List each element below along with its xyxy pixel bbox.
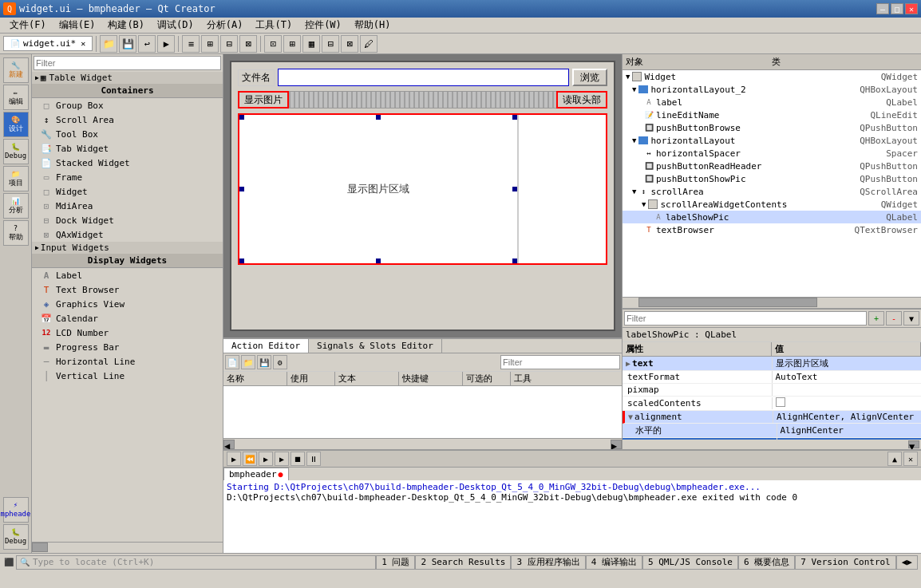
output-btn-1[interactable]: ▶: [227, 452, 241, 466]
toolbar-btn-6[interactable]: ⊞: [201, 35, 219, 53]
output-close-btn[interactable]: ✕: [903, 452, 918, 466]
tree-item-hlayout[interactable]: ▼ horizontalLayout QHBoxLayout: [623, 134, 921, 147]
handle-ml[interactable]: [239, 187, 244, 191]
output-btn-3[interactable]: ▶: [259, 452, 273, 466]
sidebar-debug[interactable]: 🐛 Debug: [3, 139, 29, 164]
status-item-5[interactable]: 5 QML/JS Console: [642, 555, 738, 570]
design-canvas[interactable]: 文件名 浏览 显示图片 读取头部: [223, 54, 622, 337]
tree-item-textbrowser[interactable]: T textBrowser QTextBrowser: [623, 223, 921, 236]
toolbar-btn-7[interactable]: ⊟: [220, 35, 238, 53]
handle-bl[interactable]: [239, 258, 244, 263]
widget-group-box[interactable]: □ Group Box: [32, 98, 223, 112]
prop-row-textformat[interactable]: textFormat AutoText: [623, 371, 921, 384]
handle-tr[interactable]: [512, 115, 517, 120]
tree-item-browse-btn[interactable]: 🔲 pushButtonBrowse QPushButton: [623, 121, 921, 134]
category-table-widget[interactable]: ▶ ▦ Table Widget: [32, 72, 223, 84]
toolbar-btn-13[interactable]: ⊠: [341, 35, 358, 53]
widget-stacked[interactable]: 📄 Stacked Widget: [32, 156, 223, 170]
sidebar-edit[interactable]: ✏ 编辑: [3, 85, 29, 110]
toolbar-btn-2[interactable]: 💾: [119, 35, 136, 53]
toolbar-btn-8[interactable]: ⊠: [239, 35, 257, 53]
tree-item-label[interactable]: A label QLabel: [623, 96, 921, 109]
sidebar-new[interactable]: 🔧 新建: [3, 57, 29, 83]
tree-arrow-scrollcontents[interactable]: ▼: [642, 200, 646, 208]
menu-help[interactable]: 帮助(H): [348, 17, 397, 34]
tab-close-icon[interactable]: ✕: [81, 39, 85, 48]
prop-row-scaled[interactable]: scaledContents: [623, 397, 921, 411]
tree-scroll-thumb[interactable]: [638, 298, 817, 307]
prop-row-alignment[interactable]: ▼ alignment AlignHCenter, AlignVCenter: [623, 411, 921, 424]
widget-hline[interactable]: ─ Horizontal Line: [32, 354, 223, 369]
prop-scroll-btn[interactable]: ▼: [908, 440, 919, 448]
widget-tool-box[interactable]: 🔧 Tool Box: [32, 127, 223, 141]
status-item-2[interactable]: 2 Search Results: [415, 555, 511, 570]
tree-item-show-btn[interactable]: 🔲 pushButtonShowPic QPushButton: [623, 172, 921, 185]
widget-frame[interactable]: ▭ Frame: [32, 170, 223, 184]
widget-dock[interactable]: ⊟ Dock Widget: [32, 213, 223, 227]
widget-tab[interactable]: 📑 Tab Widget: [32, 141, 223, 156]
widget-mdi[interactable]: ⊡ MdiArea: [32, 199, 223, 213]
minimize-button[interactable]: —: [876, 3, 889, 14]
output-btn-2[interactable]: ⏪: [243, 452, 257, 466]
status-item-1[interactable]: 1 问题: [376, 555, 415, 570]
output-btn-6[interactable]: ⏸: [306, 452, 321, 466]
menu-analyze[interactable]: 分析(A): [200, 17, 250, 34]
handle-tm[interactable]: [376, 115, 381, 120]
widget-calendar[interactable]: 📅 Calendar: [32, 311, 223, 326]
status-search[interactable]: 🔍 Type to locate (Ctrl+K): [16, 555, 376, 570]
category-input[interactable]: ▶ Input Widgets: [32, 242, 223, 254]
prop-remove-btn[interactable]: -: [886, 311, 902, 326]
scroll-right-btn[interactable]: ▶: [611, 440, 622, 449]
toolbar-btn-4[interactable]: ▶: [157, 35, 175, 53]
file-input[interactable]: [278, 69, 569, 86]
scroll-thumb[interactable]: [32, 543, 48, 552]
scrollbar-widget[interactable]: [289, 91, 556, 109]
toolbar-btn-10[interactable]: ⊞: [283, 35, 301, 53]
tree-item-hlayout2[interactable]: ▼ horizontalLayout_2 QHBoxLayout: [623, 83, 921, 96]
widget-graphics-view[interactable]: ◈ Graphics View: [32, 297, 223, 311]
status-arrows[interactable]: ◀▶: [896, 555, 918, 570]
output-expand-btn[interactable]: ▲: [887, 452, 902, 466]
handle-br[interactable]: [512, 258, 517, 263]
widget-label[interactable]: A Label: [32, 268, 223, 282]
scroll-left-btn[interactable]: ◀: [223, 440, 235, 449]
text-browser-widget[interactable]: [518, 115, 606, 263]
tree-scrollbar-h[interactable]: [623, 297, 921, 308]
action-btn-4[interactable]: ⚙: [273, 355, 287, 369]
toolbar-btn-1[interactable]: 📁: [100, 35, 117, 53]
sidebar-analyze[interactable]: 📊 分析: [3, 193, 29, 219]
prop-row-horizontal[interactable]: 水平的 AlignHCenter: [623, 424, 921, 438]
widget-scroll-area[interactable]: ↕ Scroll Area: [32, 112, 223, 127]
toolbar-btn-3[interactable]: ↩: [138, 35, 156, 53]
prop-scrollbar[interactable]: ▼: [623, 440, 921, 449]
output-btn-4[interactable]: ▶: [275, 452, 289, 466]
action-btn-1[interactable]: 📄: [225, 355, 239, 369]
tree-item-read-btn[interactable]: 🔲 pushButtonReadHeader QPushButton: [623, 160, 921, 172]
widget-widget[interactable]: □ Widget: [32, 184, 223, 199]
prop-filter-input[interactable]: [624, 311, 867, 326]
status-item-3[interactable]: 3 应用程序输出: [511, 555, 585, 570]
widget-filter-input[interactable]: [34, 56, 221, 70]
expand-alignment[interactable]: ▼: [628, 412, 633, 421]
browse-button[interactable]: 浏览: [572, 69, 607, 86]
widget-text-browser[interactable]: T Text Browser: [32, 282, 223, 297]
tree-arrow-widget[interactable]: ▼: [626, 73, 630, 81]
toolbar-btn-14[interactable]: 🖊: [360, 35, 377, 53]
status-item-4[interactable]: 4 编译输出: [586, 555, 642, 570]
tree-item-widget[interactable]: ▼ Widget QWidget: [623, 70, 921, 83]
tree-item-scrollarea[interactable]: ▼ ↕ scrollArea QScrollArea: [623, 185, 921, 198]
prop-row-text[interactable]: ▶ text 显示图片区域: [623, 357, 921, 371]
handle-bm[interactable]: [376, 258, 381, 263]
tree-item-labelshowpic[interactable]: A labelShowPic QLabel: [623, 211, 921, 223]
sidebar-help[interactable]: ? 帮助: [3, 220, 29, 246]
show-pic-button[interactable]: 显示图片: [238, 91, 289, 109]
read-header-button[interactable]: 读取头部: [556, 91, 607, 109]
status-item-7[interactable]: 7 Version Control: [795, 555, 896, 570]
handle-mr[interactable]: [512, 187, 517, 191]
maximize-button[interactable]: □: [891, 3, 903, 14]
tree-arrow-hlayout2[interactable]: ▼: [632, 85, 636, 93]
output-tab-bmpheader[interactable]: bmpheader ●: [223, 468, 289, 480]
widget-progress[interactable]: ▬ Progress Bar: [32, 340, 223, 354]
status-item-6[interactable]: 6 概要信息: [738, 555, 795, 570]
menu-tools[interactable]: 工具(T): [249, 17, 298, 34]
